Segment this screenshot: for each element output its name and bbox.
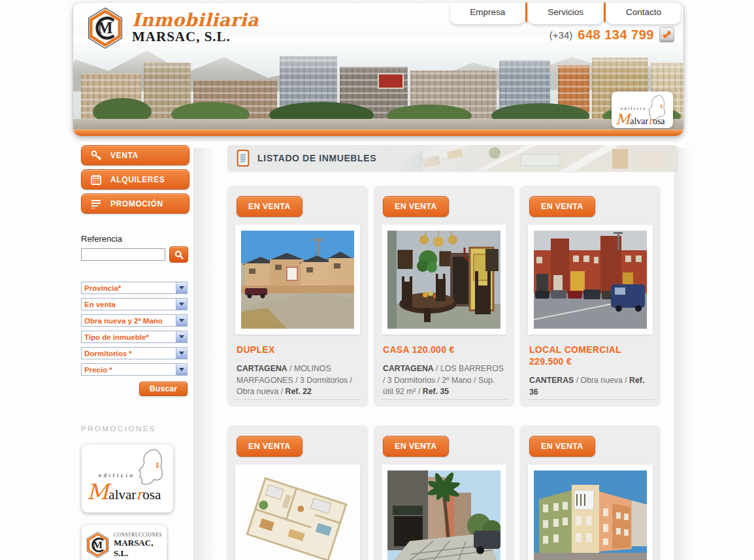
nav-item-empresa[interactable]: Empresa [450, 3, 525, 24]
calendar-icon [90, 174, 102, 186]
promotions-heading: PROMOCIONES [81, 425, 189, 433]
photo-dining-room [387, 231, 500, 329]
cm-hexagon-logo-icon: M [86, 7, 124, 50]
photo-brick-commercial [534, 231, 647, 329]
chevron-down-icon[interactable] [176, 364, 187, 375]
photo-street-palm [387, 470, 500, 560]
sidebar-button-label: PROMOCIÓN [110, 199, 163, 208]
en-venta-badge[interactable]: EN VENTA [529, 436, 595, 457]
select-dormitorios[interactable]: Dormitorios * [81, 347, 188, 359]
phone-icon[interactable] [659, 27, 674, 42]
brand-line1: Inmobiliaria [132, 11, 259, 29]
phone-block: (+34) 648 134 799 [549, 27, 674, 42]
filter-group: Provincia* En venta Obra nueva y 2º Mano… [81, 282, 189, 376]
clipboard-icon [236, 149, 250, 170]
buscar-button[interactable]: Buscar [139, 382, 188, 396]
listing-thumbnail[interactable] [528, 465, 653, 560]
nav-item-contacto[interactable]: Contacto [606, 3, 681, 24]
content-area: VENTA ALQUILERES [73, 145, 683, 560]
chevron-down-icon[interactable] [176, 331, 187, 342]
list-icon [90, 198, 102, 210]
listado-header: LISTADO DE INMUEBLES [227, 145, 678, 171]
listing-card[interactable]: EN VENTA [374, 425, 514, 560]
svg-text:M: M [93, 539, 103, 550]
en-venta-badge[interactable]: EN VENTA [237, 196, 303, 217]
promo-card-malvarrosa[interactable]: edificio Malvarrosa [81, 444, 174, 513]
listing-title[interactable]: DUPLEX [237, 344, 359, 355]
brand-logo[interactable]: M Inmobiliaria MARSAC, S.L. [86, 7, 259, 50]
listing-thumbnail[interactable] [382, 465, 506, 560]
sidebar-button-alquileres[interactable]: ALQUILERES [81, 169, 189, 189]
malvarrosa-name: Malvarrosa [87, 480, 161, 504]
photo-colorful-buildings [534, 470, 647, 560]
cm-hexagon-logo-icon: M [86, 529, 110, 560]
listing-grid: EN VENTA [227, 186, 683, 560]
chevron-down-icon[interactable] [176, 348, 187, 359]
construcciones-line2: MARSAC, S.L. [114, 538, 163, 559]
malvarrosa-edificio: edificio [621, 106, 647, 110]
select-precio[interactable]: Precio * [81, 363, 188, 376]
main-area: LISTADO DE INMUEBLES EN VENTA [227, 145, 683, 560]
en-venta-badge[interactable]: EN VENTA [237, 436, 303, 457]
select-provincia[interactable]: Provincia* [81, 282, 188, 294]
reference-search-button[interactable] [169, 246, 188, 263]
chevron-down-icon[interactable] [176, 299, 187, 310]
listing-card[interactable]: EN VENTA [227, 186, 368, 406]
billboard [378, 73, 404, 89]
listing-thumbnail[interactable] [235, 225, 360, 335]
listing-thumbnail[interactable] [528, 225, 653, 335]
road [73, 119, 683, 129]
top-navigation: Empresa Servicios Contacto [450, 3, 681, 24]
page-title: LISTADO DE INMUEBLES [257, 145, 376, 171]
select-tipo-inmueble[interactable]: Tipo de inmueble* [81, 331, 188, 343]
select-operacion[interactable]: En venta [81, 298, 188, 310]
en-venta-badge[interactable]: EN VENTA [529, 196, 595, 217]
sidebar-button-label: VENTA [110, 151, 139, 160]
select-obra[interactable]: Obra nueva y 2º Mano [81, 314, 188, 327]
nav-divider [525, 3, 527, 22]
photo-3d-floorplan [241, 470, 354, 560]
site-container: M Inmobiliaria MARSAC, S.L. Empresa Serv… [73, 3, 683, 560]
sidebar: VENTA ALQUILERES [81, 145, 189, 560]
promo-card-construcciones-marsac[interactable]: M CONSTRUCCIONES MARSAC, S.L. [81, 524, 167, 560]
svg-text:M: M [97, 19, 112, 37]
en-venta-badge[interactable]: EN VENTA [383, 436, 449, 457]
nav-divider [604, 3, 606, 22]
listing-description: CANTERAS / Obra nueva / Ref. 36 [529, 375, 651, 398]
listing-thumbnail[interactable] [235, 465, 360, 560]
listing-title[interactable]: LOCAL COMERCIAL 229.500 € [529, 344, 651, 367]
malvarrosa-name: Malvarrosa [615, 111, 665, 127]
photo-duplex-houses [241, 231, 354, 329]
reference-input[interactable] [81, 248, 165, 261]
listing-card[interactable]: EN VENTA [227, 425, 368, 560]
listing-description: CARTAGENA / LOS BARREROS / 3 Dormitorios… [383, 363, 505, 397]
listing-card[interactable]: EN VENTA [520, 425, 661, 560]
banner-orange-stripe [73, 129, 683, 136]
nav-item-servicios[interactable]: Servicios [528, 3, 603, 24]
listing-title[interactable]: CASA 120.000 € [383, 344, 505, 355]
construcciones-line1: CONSTRUCCIONES [114, 532, 163, 538]
chevron-down-icon[interactable] [176, 315, 187, 326]
listing-thumbnail[interactable] [382, 225, 506, 335]
listing-description: CARTAGENA / MOLINOS MARFAGONES / 3 Dormi… [237, 363, 359, 397]
phone-number: 648 134 799 [578, 27, 654, 42]
listing-card[interactable]: EN VENTA [374, 186, 514, 406]
floorplan-art [397, 145, 678, 171]
search-icon [174, 250, 184, 260]
reference-label: Referencia [81, 234, 189, 244]
sidebar-button-label: ALQUILERES [110, 175, 165, 184]
header-banner: M Inmobiliaria MARSAC, S.L. Empresa Serv… [73, 3, 683, 136]
promo-badge-malvarrosa[interactable]: edificio Malvarrosa [612, 91, 673, 128]
page: { "brand": { "monogram": "CM", "line1": … [0, 0, 754, 560]
brand-line2: MARSAC, S.L. [132, 29, 259, 44]
chevron-down-icon[interactable] [176, 282, 187, 293]
sidebar-button-promocion[interactable]: PROMOCIÓN [81, 193, 189, 214]
phone-prefix: (+34) [549, 29, 572, 41]
malvarrosa-edificio: edificio [99, 472, 135, 478]
sidebar-button-venta[interactable]: VENTA [81, 145, 189, 165]
listing-card[interactable]: EN VENTA [520, 186, 661, 406]
en-venta-badge[interactable]: EN VENTA [383, 196, 449, 217]
key-icon [90, 150, 102, 161]
